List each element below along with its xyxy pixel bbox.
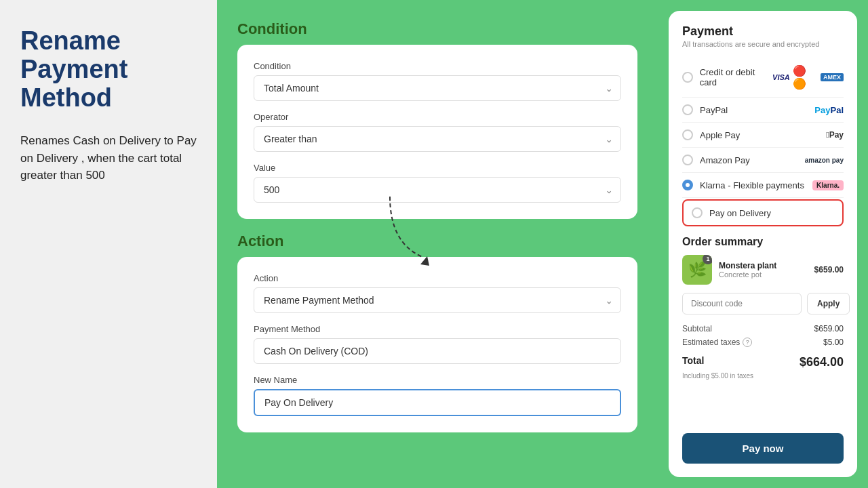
apple-logo: Pay bbox=[826, 130, 844, 140]
radio-card bbox=[682, 72, 693, 83]
payment-subtitle: All transactions are secure and encrypte… bbox=[682, 40, 844, 48]
klarna-logo: Klarna. bbox=[812, 180, 844, 190]
condition-select[interactable]: Total Amount bbox=[254, 75, 621, 101]
operator-select[interactable]: Greater than bbox=[254, 126, 621, 152]
radio-paypal bbox=[682, 104, 693, 115]
product-info: Monstera plant Concrete pot bbox=[719, 261, 808, 279]
left-panel: Rename Payment Method Renames Cash on De… bbox=[0, 0, 217, 488]
amex-logo: AMEX bbox=[821, 73, 844, 81]
payment-option-apple[interactable]: Apple Pay Pay bbox=[682, 123, 844, 148]
radio-apple bbox=[682, 129, 693, 140]
taxes-value: $5.00 bbox=[823, 338, 844, 347]
payment-name-cod: Pay on Delivery bbox=[709, 208, 771, 218]
product-price: $659.00 bbox=[814, 265, 844, 274]
payment-name-apple: Apple Pay bbox=[700, 130, 740, 140]
payment-card: Payment All transactions are secure and … bbox=[669, 11, 857, 477]
page-title: Rename Payment Method bbox=[20, 27, 197, 112]
radio-cod bbox=[692, 207, 703, 218]
product-name: Monstera plant bbox=[719, 261, 808, 270]
taxes-row: Estimated taxes ? $5.00 bbox=[682, 338, 844, 347]
subtotal-row: Subtotal $659.00 bbox=[682, 324, 844, 333]
payment-option-klarna[interactable]: Klarna - Flexible payments Klarna. bbox=[682, 173, 844, 198]
middle-panel: Condition Condition Total Amount Operato… bbox=[217, 0, 658, 488]
order-summary-title: Order summary bbox=[682, 236, 844, 248]
taxes-label: Estimated taxes ? bbox=[682, 338, 752, 347]
total-row: Total $664.00 bbox=[682, 355, 844, 369]
payment-name-klarna: Klarna - Flexible payments bbox=[700, 180, 804, 190]
card-logos: VISA 🔴🟠 AMEX bbox=[772, 64, 844, 90]
discount-input[interactable] bbox=[682, 293, 802, 314]
subtotal-label: Subtotal bbox=[682, 324, 712, 333]
plant-icon: 🌿 bbox=[688, 261, 707, 279]
new-name-label: New Name bbox=[254, 375, 621, 385]
apply-button[interactable]: Apply bbox=[807, 293, 850, 314]
product-variant: Concrete pot bbox=[719, 270, 808, 279]
product-image: 🌿 1 bbox=[682, 255, 712, 285]
right-panel: Payment All transactions are secure and … bbox=[658, 0, 868, 488]
page-description: Renames Cash on Delivery to Pay on Deliv… bbox=[20, 132, 197, 184]
condition-group: Condition Total Amount bbox=[254, 61, 621, 101]
payment-name-amazon: Amazon Pay bbox=[700, 155, 750, 165]
new-name-group: New Name bbox=[254, 375, 621, 416]
discount-row: Apply bbox=[682, 293, 844, 314]
amazon-logo: amazon pay bbox=[805, 157, 844, 164]
operator-group: Operator Greater than bbox=[254, 112, 621, 152]
condition-select-wrapper: Total Amount bbox=[254, 75, 621, 101]
visa-logo: VISA bbox=[772, 73, 790, 81]
payment-method-label: Payment Method bbox=[254, 324, 621, 334]
paypal-logo: PayPal bbox=[814, 105, 844, 115]
new-name-input[interactable] bbox=[254, 389, 621, 416]
total-value: $664.00 bbox=[800, 355, 844, 369]
product-badge: 1 bbox=[703, 255, 712, 264]
product-row: 🌿 1 Monstera plant Concrete pot $659.00 bbox=[682, 255, 844, 285]
payment-method-group: Payment Method bbox=[254, 324, 621, 364]
payment-option-cod[interactable]: Pay on Delivery bbox=[682, 199, 844, 226]
payment-option-card[interactable]: Credit or debit card VISA 🔴🟠 AMEX bbox=[682, 58, 844, 98]
action-card: Action Rename Payment Method Payment Met… bbox=[237, 257, 637, 432]
payment-method-input[interactable] bbox=[254, 338, 621, 364]
arrow-indicator bbox=[383, 190, 444, 281]
operator-select-wrapper: Greater than bbox=[254, 126, 621, 152]
payment-title: Payment bbox=[682, 24, 844, 39]
svg-marker-0 bbox=[420, 256, 429, 266]
payment-option-amazon[interactable]: Amazon Pay amazon pay bbox=[682, 148, 844, 173]
payment-name-card: Credit or debit card bbox=[700, 67, 772, 87]
subtotal-value: $659.00 bbox=[814, 324, 844, 333]
condition-section-title: Condition bbox=[237, 20, 637, 38]
radio-amazon bbox=[682, 155, 693, 165]
value-label: Value bbox=[254, 163, 621, 173]
condition-label: Condition bbox=[254, 61, 621, 71]
mc-logo: 🔴🟠 bbox=[793, 64, 818, 90]
action-select[interactable]: Rename Payment Method bbox=[254, 287, 621, 313]
tax-info-icon: ? bbox=[743, 338, 752, 347]
tax-note: Including $5.00 in taxes bbox=[682, 372, 844, 380]
action-select-wrapper: Rename Payment Method bbox=[254, 287, 621, 313]
pay-now-button[interactable]: Pay now bbox=[682, 433, 844, 464]
radio-klarna bbox=[682, 180, 693, 190]
operator-label: Operator bbox=[254, 112, 621, 122]
payment-name-paypal: PayPal bbox=[700, 105, 728, 115]
total-label: Total bbox=[682, 355, 704, 369]
payment-option-paypal[interactable]: PayPal PayPal bbox=[682, 98, 844, 123]
